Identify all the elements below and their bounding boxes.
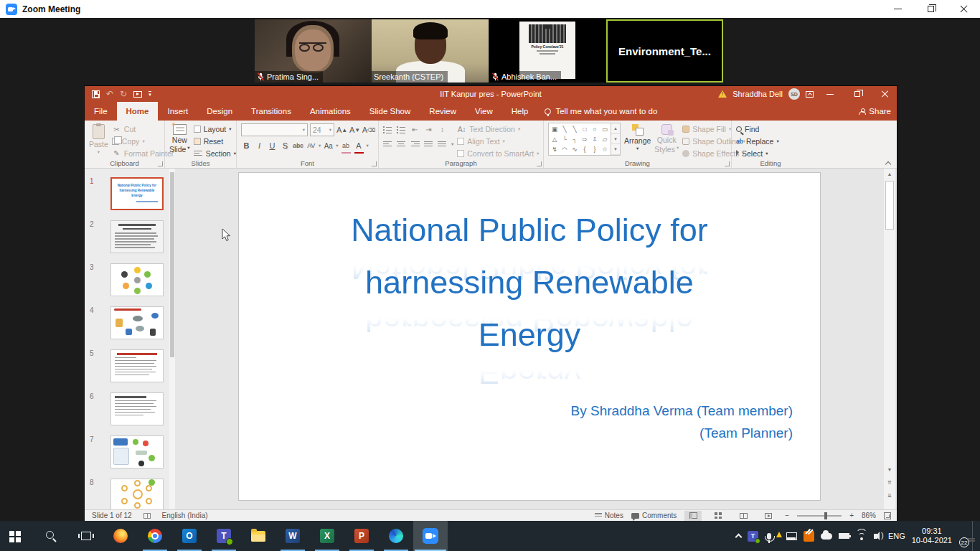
fit-slide-to-window-icon[interactable] — [884, 512, 891, 519]
taskbar-chrome[interactable] — [138, 521, 172, 551]
dialog-launcher-icon[interactable] — [158, 161, 163, 166]
shape-icon[interactable]: ☆ — [602, 146, 608, 153]
next-slide-button[interactable]: ⇊ — [884, 490, 895, 501]
bullets-icon[interactable] — [383, 126, 392, 133]
align-text-button[interactable]: Align Text▾ — [457, 136, 539, 147]
tab-home[interactable]: Home — [117, 102, 159, 121]
slide-byline[interactable]: By Shraddha Verma (Team member) (Team Pl… — [571, 400, 793, 444]
slide-thumbnail-3[interactable]: 3 — [85, 263, 169, 297]
select-button[interactable]: Select▾ — [736, 148, 779, 159]
slide-vertical-scrollbar[interactable]: ▲ ▼ ⇈ ⇊ — [884, 169, 895, 509]
layout-button[interactable]: Layout▾ — [194, 124, 236, 135]
current-slide[interactable]: National Public Policy for harnessing Re… — [238, 172, 821, 501]
zoom-out-button[interactable]: − — [785, 512, 789, 519]
shape-icon[interactable]: ╲ — [573, 126, 576, 133]
increase-indent-icon[interactable]: ⇥ — [424, 126, 433, 134]
language-abbreviation[interactable]: ENG — [888, 532, 905, 540]
tray-battery-icon[interactable] — [839, 533, 849, 539]
participant-tile-sreekanth[interactable]: Sreekanth (CSTEP) — [372, 19, 489, 83]
slide-thumbnail-4[interactable]: 4 — [85, 306, 169, 340]
align-right-icon[interactable] — [410, 140, 420, 148]
slide-thumbnail-8[interactable]: 8 — [85, 479, 169, 512]
scroll-up-icon[interactable]: ▲ — [884, 169, 895, 179]
paste-button[interactable]: Paste ▾ — [89, 123, 108, 159]
tray-onedrive-icon[interactable] — [821, 533, 832, 540]
slide-sorter-view-button[interactable] — [710, 511, 727, 521]
shape-icon[interactable]: □ — [583, 126, 586, 133]
strikethrough-button[interactable]: abc — [293, 140, 303, 152]
task-view-button[interactable] — [69, 521, 103, 551]
tray-volume-icon[interactable] — [874, 534, 877, 539]
tab-animations[interactable]: Animations — [301, 102, 360, 121]
tab-design[interactable]: Design — [197, 102, 242, 121]
normal-view-button[interactable] — [684, 511, 702, 521]
reading-view-button[interactable] — [735, 511, 752, 521]
shape-icon[interactable]: △ — [552, 136, 557, 143]
grow-font-button[interactable]: A▲ — [336, 124, 347, 136]
taskbar-outlook[interactable]: O — [172, 521, 207, 551]
align-left-icon[interactable] — [383, 140, 392, 148]
dialog-launcher-icon[interactable] — [537, 161, 542, 166]
shape-icon[interactable]: ⇨ — [582, 136, 587, 143]
customize-qat-icon[interactable]: ▾ — [149, 91, 151, 97]
decrease-indent-icon[interactable]: ⇤ — [410, 126, 420, 134]
taskbar-file-explorer[interactable] — [241, 521, 275, 551]
zoom-minimize-button[interactable] — [881, 0, 914, 18]
taskbar-zoom-active[interactable] — [413, 521, 448, 551]
new-slide-button[interactable]: New Slide▾ — [169, 123, 190, 159]
shape-icon[interactable]: { — [584, 146, 586, 153]
taskbar-search-button[interactable] — [34, 521, 69, 551]
show-desktop-button[interactable] — [972, 521, 976, 551]
shape-icon[interactable]: ▣ — [552, 126, 557, 133]
shape-icon[interactable]: ▭ — [602, 126, 608, 133]
taskbar-excel[interactable]: X — [310, 521, 344, 551]
character-spacing-button[interactable]: AV — [306, 140, 316, 152]
share-button[interactable]: Share — [859, 102, 891, 121]
comments-button[interactable]: Comments — [631, 512, 677, 519]
font-size-combobox[interactable]: 24▾ — [310, 123, 334, 136]
italic-button[interactable]: I — [254, 140, 265, 152]
clear-formatting-button[interactable]: A⌫ — [362, 124, 375, 136]
reset-button[interactable]: Reset — [194, 136, 236, 147]
tray-teams-icon[interactable]: T — [748, 531, 758, 542]
shape-icon[interactable]: ○ — [593, 126, 596, 133]
language-indicator[interactable]: English (India) — [162, 512, 208, 519]
tab-file[interactable]: File — [85, 102, 117, 121]
collapse-ribbon-icon[interactable] — [885, 160, 891, 166]
start-button[interactable] — [0, 521, 34, 551]
thumbnail-scrollbar[interactable] — [169, 169, 175, 509]
align-center-icon[interactable] — [397, 140, 406, 148]
find-button[interactable]: Find — [736, 124, 779, 135]
scroll-down-icon[interactable]: ▼ — [884, 464, 895, 475]
slide-thumbnail-7[interactable]: 7 — [85, 435, 169, 469]
show-hidden-icons-chevron[interactable] — [735, 534, 742, 541]
highlight-color-button[interactable]: ab — [341, 140, 352, 152]
taskbar-teams[interactable]: T — [207, 521, 241, 551]
text-direction-button[interactable]: A↕Text Direction▾ — [457, 124, 539, 135]
slide-counter[interactable]: Slide 1 of 12 — [92, 512, 132, 519]
save-icon[interactable] — [92, 90, 100, 98]
slide-thumbnail-5[interactable]: 5 — [85, 349, 169, 383]
bold-button[interactable]: B — [241, 140, 252, 152]
zoom-slider-knob[interactable] — [824, 512, 827, 519]
slideshow-view-button[interactable] — [760, 511, 777, 521]
taskbar-firefox[interactable] — [103, 521, 138, 551]
section-button[interactable]: Section▾ — [194, 148, 236, 159]
tray-wifi-icon[interactable] — [856, 532, 867, 540]
text-shadow-button[interactable]: S — [280, 140, 291, 152]
user-avatar[interactable]: SD — [788, 88, 800, 100]
signed-in-user[interactable]: Shraddha Dell — [732, 90, 783, 98]
tray-display-icon[interactable] — [786, 532, 797, 540]
arrange-button[interactable]: Arrange ▾ — [624, 123, 651, 159]
shape-icon[interactable]: ∿ — [572, 146, 577, 153]
slide-thumbnail-6[interactable]: 6 — [85, 392, 169, 426]
start-slideshow-icon[interactable] — [133, 91, 142, 98]
slide-title[interactable]: National Public Policy for harnessing Re… — [260, 207, 798, 364]
ppt-minimize-button[interactable] — [819, 86, 841, 102]
tab-review[interactable]: Review — [420, 102, 466, 121]
redo-icon[interactable]: ↻ — [120, 89, 127, 99]
shrink-font-button[interactable]: A▼ — [349, 124, 360, 136]
tab-slide-show[interactable]: Slide Show — [360, 102, 420, 121]
taskbar-word[interactable]: W — [275, 521, 310, 551]
gallery-scroll-buttons[interactable]: ▲▼▼ — [611, 123, 621, 156]
